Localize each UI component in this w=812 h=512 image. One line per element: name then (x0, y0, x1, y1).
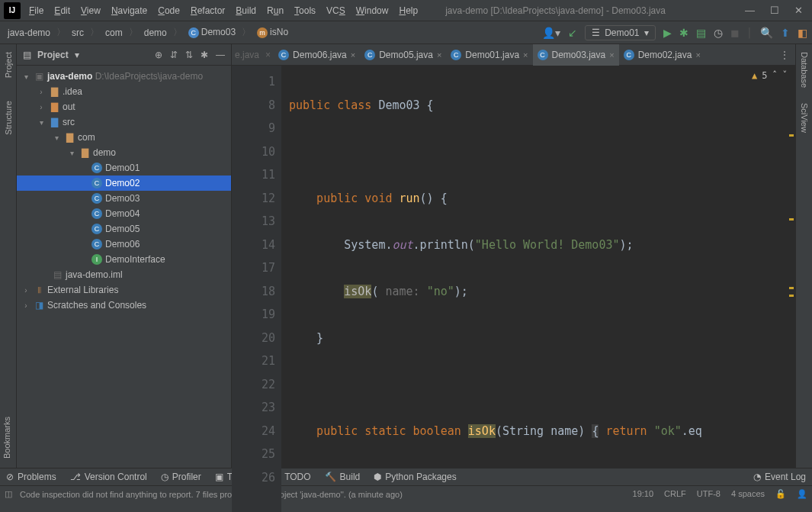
maximize-icon[interactable]: ☐ (770, 5, 779, 16)
tool-profiler[interactable]: ◷ Profiler (161, 472, 201, 482)
next-highlight-icon[interactable]: ˇ (782, 70, 788, 81)
tree-file-demointerface[interactable]: IDemoInterface (17, 252, 231, 267)
tab-demo06[interactable]: CDemo06.java× (274, 44, 360, 66)
warning-icon: ▲ (752, 70, 757, 81)
menu-window[interactable]: Window (351, 3, 393, 18)
settings-icon[interactable]: ✱ (201, 50, 208, 60)
status-icon[interactable]: ◫ (5, 489, 12, 499)
close-tab-icon[interactable]: × (609, 50, 614, 60)
tree-file-demo05[interactable]: CDemo05 (17, 221, 231, 237)
menu-help[interactable]: Help (394, 3, 422, 18)
tree-src[interactable]: ▾▇src (17, 114, 231, 130)
menu-view[interactable]: View (76, 3, 105, 18)
tool-structure[interactable]: Structure (4, 101, 13, 135)
tree-iml[interactable]: ▤java-demo.iml (17, 267, 231, 282)
menu-code[interactable]: Code (153, 3, 185, 18)
tool-database[interactable]: Database (800, 52, 809, 88)
tree-com[interactable]: ▾▇com (17, 130, 231, 145)
tool-bookmarks[interactable]: Bookmarks (2, 417, 11, 459)
tab-demo03[interactable]: CDemo03.java× (533, 44, 619, 66)
profile-button[interactable]: ◷ (714, 27, 723, 39)
navigation-bar: java-demo〉 src〉 com〉 demo〉 CDemo03〉 misN… (0, 21, 812, 44)
project-sidebar: ▤ Project ▾ ⊕ ⇵ ⇅ ✱ — ▾▣java-demo D:\Ide… (17, 44, 232, 468)
hide-icon[interactable]: — (216, 50, 225, 60)
minimize-icon[interactable]: — (745, 5, 755, 16)
crumb-demo[interactable]: demo (141, 26, 170, 40)
stop-button[interactable]: ◼ (730, 27, 740, 39)
close-tab-icon[interactable]: × (523, 50, 528, 60)
menu-refactor[interactable]: Refactor (186, 3, 229, 18)
tool-problems[interactable]: ⊘ Problems (6, 472, 56, 482)
inspection-widget[interactable]: ▲ 5 ˆ ˇ (752, 70, 788, 81)
close-clip-icon[interactable]: × (262, 50, 274, 60)
sidebar-title[interactable]: Project (37, 50, 69, 60)
close-icon[interactable]: ✕ (794, 5, 803, 16)
crumb-com[interactable]: com (102, 26, 126, 40)
tab-clipped[interactable]: e.java (232, 50, 262, 60)
updates-icon[interactable]: ⬆ (781, 27, 790, 39)
prev-highlight-icon[interactable]: ˆ (772, 70, 778, 81)
close-tab-icon[interactable]: × (437, 50, 441, 60)
crumb-project[interactable]: java-demo (5, 26, 53, 40)
tree-file-demo06[interactable]: CDemo06 (17, 237, 231, 252)
debug-button[interactable]: ✱ (679, 27, 688, 39)
run-config-selector[interactable]: ☰ Demo01 ▾ (585, 25, 655, 40)
menu-navigate[interactable]: Navigate (107, 3, 152, 18)
tree-idea[interactable]: ›▇.idea (17, 84, 231, 99)
close-tab-icon[interactable]: × (695, 50, 700, 60)
menu-edit[interactable]: Edit (50, 3, 75, 18)
search-icon[interactable]: 🔍 (760, 27, 773, 39)
menu-vcs[interactable]: VCS (322, 3, 350, 18)
breadcrumb: java-demo〉 src〉 com〉 demo〉 CDemo03〉 misN… (5, 25, 291, 40)
tab-demo01[interactable]: CDemo01.java× (446, 44, 532, 66)
tabs-overflow-icon[interactable]: ⋮ (774, 50, 795, 60)
tree-file-demo01[interactable]: CDemo01 (17, 160, 231, 175)
error-stripe[interactable] (788, 66, 795, 512)
tool-project[interactable]: Project (4, 52, 13, 78)
menu-tools[interactable]: Tools (290, 3, 320, 18)
app-logo: IJ (4, 2, 21, 19)
close-tab-icon[interactable]: × (351, 50, 355, 60)
collapse-all-icon[interactable]: ⇅ (185, 50, 193, 60)
tree-root[interactable]: ▾▣java-demo D:\IdeaProjects\java-demo (17, 69, 231, 84)
crumb-method[interactable]: misNo (254, 25, 291, 40)
coverage-button[interactable]: ▤ (696, 27, 706, 39)
code-text[interactable]: public class Demo03 { public void run() … (281, 66, 795, 512)
tab-demo05[interactable]: CDemo05.java× (360, 44, 446, 66)
expand-all-icon[interactable]: ⇵ (170, 50, 178, 60)
tab-demo02[interactable]: CDemo02.java× (619, 44, 705, 66)
menu-file[interactable]: File (24, 3, 48, 18)
menubar: File Edit View Navigate Code Refactor Bu… (24, 3, 422, 18)
tool-sciview[interactable]: SciView (800, 103, 809, 133)
add-user-icon[interactable]: 👤▾ (542, 27, 560, 39)
left-tool-strip: Project Structure (0, 44, 17, 468)
ide-settings-icon[interactable]: ◧ (798, 27, 807, 39)
tree-file-demo03[interactable]: CDemo03 (17, 191, 231, 206)
crumb-src[interactable]: src (69, 26, 87, 40)
crumb-class[interactable]: CDemo03 (185, 25, 239, 40)
tool-vcs[interactable]: ⎇ Version Control (70, 472, 147, 482)
vcs-update-icon[interactable]: ↙ (568, 27, 577, 39)
dropdown-icon[interactable]: ▾ (75, 50, 79, 60)
right-tool-strip: Database SciView (795, 44, 812, 468)
menu-run[interactable]: Run (262, 3, 288, 18)
tree-scratches[interactable]: ›◨Scratches and Consoles (17, 298, 231, 313)
gutter: 1 8 9 10 11 12 13 14 17 18 19 20 21 22 2… (232, 66, 281, 512)
folder-icon: ▤ (23, 50, 31, 60)
tree-demo[interactable]: ▾▇demo (17, 145, 231, 160)
menu-build[interactable]: Build (231, 3, 261, 18)
tree-file-demo02[interactable]: CDemo02 (17, 175, 231, 191)
select-opened-icon[interactable]: ⊕ (155, 50, 162, 60)
warning-count: 5 (762, 70, 767, 81)
tree-out[interactable]: ›▇out (17, 99, 231, 114)
code-area[interactable]: 1 8 9 10 11 12 13 14 17 18 19 20 21 22 2… (232, 66, 795, 512)
editor: e.java× CDemo06.java× CDemo05.java× CDem… (232, 44, 795, 468)
tree-file-demo04[interactable]: CDemo04 (17, 206, 231, 221)
editor-tabs: e.java× CDemo06.java× CDemo05.java× CDem… (232, 44, 795, 66)
project-tree: ▾▣java-demo D:\IdeaProjects\java-demo ›▇… (17, 66, 231, 468)
window-title: java-demo [D:\IdeaProjects\java-demo] - … (445, 5, 745, 16)
run-button[interactable]: ▶ (663, 27, 672, 39)
tree-external-libs[interactable]: ›⫴External Libraries (17, 282, 231, 298)
power-save-icon[interactable]: 👤 (797, 489, 807, 499)
